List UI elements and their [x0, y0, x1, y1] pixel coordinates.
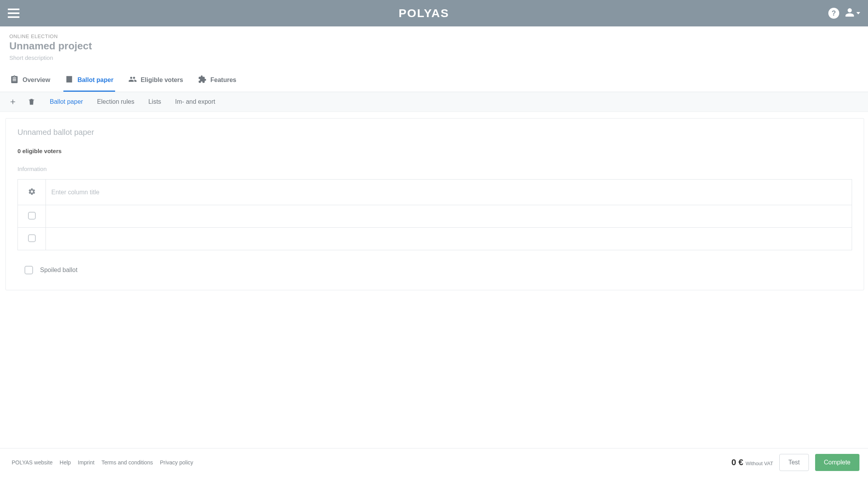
add-button[interactable]: [9, 98, 17, 106]
price-currency: €: [738, 457, 743, 468]
subtab-lists[interactable]: Lists: [148, 98, 161, 105]
main-tabs: Overview Ballot paper Eligible voters Fe…: [0, 67, 868, 92]
footer-link-website[interactable]: POLYAS website: [12, 459, 52, 466]
ballot-sub-toolbar: Ballot paper Election rules Lists Im- an…: [0, 92, 868, 112]
footer-right: 0 € Without VAT Test Complete: [732, 454, 859, 471]
subtab-im-export[interactable]: Im- and export: [175, 98, 215, 105]
top-bar: POLYAS ?: [0, 0, 868, 26]
project-title[interactable]: Unnamed project: [9, 40, 859, 52]
footer-link-terms[interactable]: Terms and conditions: [102, 459, 153, 466]
delete-button[interactable]: [27, 98, 36, 106]
ballot-card: Unnamed ballot paper 0 eligible voters I…: [5, 118, 864, 290]
table-row: [18, 205, 852, 228]
subtab-ballot-paper[interactable]: Ballot paper: [50, 98, 83, 105]
row-select-cell: [18, 205, 46, 228]
brand-logo: POLYAS: [399, 7, 449, 20]
table-row: [18, 228, 852, 250]
menu-button[interactable]: [8, 9, 19, 18]
project-eyebrow: ONLINE ELECTION: [9, 33, 859, 39]
tab-ballot-paper-label: Ballot paper: [77, 77, 113, 84]
row-data-cell[interactable]: [46, 228, 852, 250]
tab-overview[interactable]: Overview: [9, 71, 52, 92]
user-menu[interactable]: [845, 7, 860, 19]
people-icon: [128, 75, 137, 85]
project-header: ONLINE ELECTION Unnamed project Short de…: [0, 26, 868, 63]
tab-eligible-voters[interactable]: Eligible voters: [127, 71, 185, 92]
project-description[interactable]: Short description: [9, 54, 859, 61]
gear-icon: [28, 190, 36, 197]
help-icon[interactable]: ?: [828, 8, 839, 19]
row-select-cell: [18, 228, 46, 250]
information-label[interactable]: Information: [18, 166, 852, 172]
footer-bar: POLYAS website Help Imprint Terms and co…: [0, 448, 868, 478]
row-checkbox[interactable]: [28, 212, 36, 220]
tab-features[interactable]: Features: [196, 71, 238, 92]
puzzle-icon: [198, 75, 206, 85]
user-icon: [845, 7, 855, 19]
table-header-row: [18, 180, 852, 205]
ballot-icon: [65, 75, 74, 85]
tab-overview-label: Overview: [23, 77, 50, 84]
tab-eligible-voters-label: Eligible voters: [141, 77, 183, 84]
price-note: Without VAT: [746, 461, 773, 466]
price-value: 0: [732, 457, 736, 468]
main-content: ONLINE ELECTION Unnamed project Short de…: [0, 26, 868, 448]
test-button[interactable]: Test: [779, 454, 808, 471]
spoiled-ballot-checkbox[interactable]: [24, 266, 33, 274]
tab-features-label: Features: [210, 77, 236, 84]
column-title-header: [46, 180, 852, 205]
eligible-voters-link[interactable]: 0 eligible voters: [18, 148, 61, 154]
clipboard-icon: [10, 75, 19, 85]
row-checkbox[interactable]: [28, 234, 36, 242]
spoiled-ballot-label: Spoiled ballot: [40, 267, 77, 274]
tab-ballot-paper[interactable]: Ballot paper: [63, 71, 115, 92]
footer-link-privacy[interactable]: Privacy policy: [160, 459, 193, 466]
ballot-table: [18, 179, 852, 250]
top-right-controls: ?: [828, 7, 860, 19]
ballot-title[interactable]: Unnamed ballot paper: [18, 128, 852, 137]
chevron-down-icon: [856, 12, 860, 14]
subtab-election-rules[interactable]: Election rules: [97, 98, 134, 105]
row-data-cell[interactable]: [46, 205, 852, 228]
price-display: 0 € Without VAT: [732, 457, 774, 468]
column-title-input[interactable]: [46, 181, 852, 204]
complete-button[interactable]: Complete: [815, 454, 859, 471]
spoiled-ballot-row: Spoiled ballot: [18, 266, 852, 274]
footer-links: POLYAS website Help Imprint Terms and co…: [12, 459, 193, 466]
column-settings-button[interactable]: [18, 180, 46, 205]
footer-link-help[interactable]: Help: [60, 459, 71, 466]
footer-link-imprint[interactable]: Imprint: [78, 459, 94, 466]
